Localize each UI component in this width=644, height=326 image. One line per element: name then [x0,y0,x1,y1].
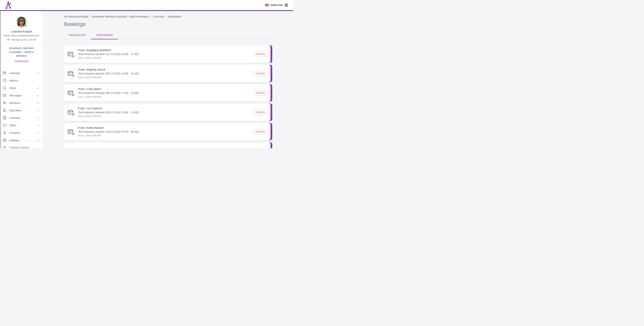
cloud-icon [7,38,10,41]
calendar-icon [2,71,6,75]
users-icon [2,101,6,105]
chevron-down-icon [36,139,39,142]
breadcrumb-separator: / [166,15,167,18]
user-name: Lisandra Krajcik [0,30,43,33]
booking-created: Dec 3, 2023 4:09 AM [78,95,253,99]
cancel-button[interactable]: CANCEL [253,129,268,134]
booking-created: Dec 3, 2023 4:09 AM [78,76,253,79]
breadcrumb-separator: / [90,15,91,18]
booking-card-body: From: Reginia HauckTest instance session… [64,65,270,82]
pie-chart-icon [2,79,6,82]
booking-session: Test instance session (28.02.2024 07:00 … [78,130,253,134]
tab-confirmed[interactable]: CONFIRMED [91,31,118,39]
breadcrumb: MY ORGANIZATIONS / ROADWAY DRIVING ACADE… [64,15,293,18]
breadcrumb-separator: / [150,15,151,18]
sidebar-item-label: Calendar [10,72,36,75]
confirmed-check-icon [72,113,74,116]
breadcrumb-calendar[interactable]: Calendar [153,15,164,18]
window-edge [0,11,0,148]
book-open-icon [2,108,6,112]
app-window: ENGLISH [0,0,293,148]
organization-name: ROADWAY DRIVING ACADEMY - NORTH BRANCH [4,46,39,58]
cancel-button[interactable]: CANCEL [253,71,268,76]
storage-label: Storage used: 1.26 GB [11,38,36,41]
language-selector[interactable]: ENGLISH [265,3,288,7]
app-logo[interactable] [5,1,12,9]
cancel-button[interactable]: CANCEL [253,51,268,57]
main-content: MY ORGANIZATIONS / ROADWAY DRIVING ACADE… [43,11,293,148]
booking-calendar-icon [68,129,73,134]
tab-requested[interactable]: REQUESTED [64,31,91,39]
folder-icon [2,123,6,127]
confirmed-check-icon [72,133,74,135]
sidebar-item-contact-support[interactable]: Contact Support [0,144,43,148]
sidebar-item-feed[interactable]: Feed [0,84,43,92]
tabs: REQUESTEDCONFIRMED [64,31,293,39]
sidebar-item-label: Metrics [10,79,39,82]
booking-card-body: From: Angelique BotsfordTest instance se… [64,45,270,63]
booking-card: From: Carly BorerTest instance session (… [64,84,272,102]
confirmed-check-icon [72,74,74,77]
sidebar-item-members[interactable]: Members [0,99,43,107]
booking-from: From: Angelique Botsford [78,48,253,52]
booking-card-body: From: Yuri DietrichTest instance session… [64,104,270,121]
chevron-down-icon [36,109,39,112]
online-status-dot [24,24,27,27]
booking-created: Dec 3, 2023 4:09 AM [78,134,253,138]
page-title: Bookings [64,21,293,27]
booking-calendar-icon [68,52,73,56]
booking-card: From: Yuri DietrichTest instance session… [64,104,272,121]
bookings-list: From: Angelique BotsfordTest instance se… [64,45,272,148]
confirmed-check-icon [72,94,74,96]
sidebar-item-messages[interactable]: Messages [0,92,43,99]
booking-calendar-icon [68,110,73,115]
sidebar-item-label: Members [10,102,36,105]
booking-card: From: Angelique BotsfordTest instance se… [64,45,272,63]
help-circle-icon [2,146,6,149]
cancel-button[interactable]: CANCEL [253,90,268,96]
sidebar-item-metrics[interactable]: Metrics [0,77,43,84]
mail-icon [2,94,6,97]
bell-icon [2,86,6,90]
cancel-button[interactable]: CANCEL [253,110,268,115]
booking-from: From: Carly Borer [78,87,253,91]
sidebar-item-label: Settings [10,139,36,142]
confirmed-check-icon [72,55,74,58]
booking-created: Dec 3, 2023 4:09 AM [78,114,253,118]
breadcrumb-organization[interactable]: ROADWAY DRIVING ACADEMY - NORTH BRANCH [92,15,149,18]
sidebar-footer: Contact Support [0,142,43,148]
sidebar-item-label: Office [10,124,36,127]
dollar-icon [2,131,6,135]
logo-a-icon [5,1,12,9]
chevron-down-icon [36,72,39,74]
sidebar-item-education[interactable]: Education [0,107,43,114]
top-header: ENGLISH [0,0,293,11]
chevron-down-icon [36,124,39,127]
sidebar-item-finances[interactable]: Finances [0,129,43,137]
booking-from: From: Keely Becker [78,126,253,130]
sidebar: Lisandra Krajcik owner-demo-en@autobooko… [0,11,43,148]
booking-session: Test instance session (12.12.2023 16:00 … [78,52,253,56]
chevron-down-icon [36,94,39,97]
booking-card-body: From: Keely BeckerTest instance session … [64,123,270,140]
booking-from: From: Reginia Hauck [78,68,253,71]
sidebar-menu: CalendarMetricsFeedMessagesMembersEducat… [0,69,43,149]
flag-uk-icon [265,4,269,6]
sidebar-item-label: Messages [10,94,36,97]
sidebar-item-inventory[interactable]: Inventory [0,114,43,122]
booking-created: Dec 3, 2023 4:09 AM [78,56,253,60]
booking-from: From: Yuri Dietrich [78,106,253,110]
sidebar-item-office[interactable]: Office [0,122,43,129]
dashboard-link[interactable]: Dashboard [0,59,43,63]
booking-calendar-icon [68,71,73,76]
booking-session: Test instance session (06.12.2023 17:00 … [78,91,253,95]
booking-session: Test instance session (08.12.2023 10:00 … [78,71,253,76]
sidebar-item-label: Finances [10,131,36,134]
chevron-down-icon [36,102,39,104]
language-label: ENGLISH [270,4,283,6]
booking-card-body: From: Carly BorerTest instance session (… [64,84,270,102]
breadcrumb-my-organizations[interactable]: MY ORGANIZATIONS [64,15,88,18]
sidebar-item-calendar[interactable]: Calendar [0,69,43,77]
user-profile: Lisandra Krajcik owner-demo-en@autobooko… [0,16,43,41]
booking-session: Test instance session (05.01.2024 15:00 … [78,110,253,114]
